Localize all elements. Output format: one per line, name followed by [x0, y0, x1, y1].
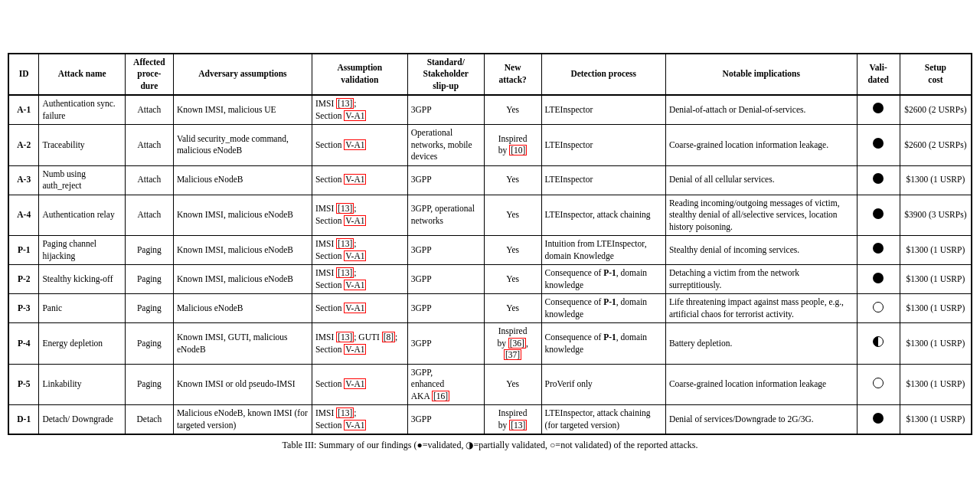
notable-implications: Detaching a victim from the network surr… [665, 265, 857, 294]
main-table: ID Attack name Affectedproce-dure Advers… [8, 53, 972, 436]
attack-name: Numb using auth_reject [39, 165, 125, 195]
adversary-assumptions: Malicious eNodeB, known IMSI (for target… [173, 405, 312, 435]
valid-cell [857, 364, 900, 405]
table-row: P-3PanicPagingMalicious eNodeBSection V-… [8, 294, 972, 323]
assump-cell: Section V-A1 [312, 364, 407, 405]
row-id: D-1 [8, 405, 39, 435]
affected-procedure: Paging [125, 265, 173, 294]
header-notable: Notable implications [665, 54, 857, 96]
table-row: A-2TraceabilityAttachValid security_mode… [8, 125, 972, 166]
adversary-assumptions: Known IMSI, malicious UE [173, 95, 312, 125]
stake-cell: 3GPP [407, 265, 484, 294]
stake-cell: 3GPP, operational networks [407, 195, 484, 236]
row-id: P-5 [8, 364, 39, 405]
attack-name: Authentication relay [39, 195, 125, 236]
notable-implications: Battery depletion. [665, 323, 857, 365]
row-id: P-1 [8, 236, 39, 265]
affected-procedure: Attach [125, 195, 173, 236]
header-id: ID [8, 54, 39, 96]
table-wrapper: ID Attack name Affectedproce-dure Advers… [8, 53, 972, 452]
partial-validated-icon [873, 336, 884, 347]
table-row: P-1Paging channel hijackingPagingKnown I… [8, 236, 972, 265]
table-row: P-4Energy depletionPagingKnown IMSI, GUT… [8, 323, 972, 365]
setup-cost: $1300 (1 USRP) [900, 364, 972, 405]
validated-icon [873, 138, 884, 149]
validated-icon [873, 208, 884, 219]
adversary-assumptions: Malicious eNodeB [173, 165, 312, 195]
affected-procedure: Paging [125, 364, 173, 405]
affected-procedure: Attach [125, 125, 173, 166]
valid-cell [857, 323, 900, 365]
assump-cell: Section V-A1 [312, 165, 407, 195]
assump-cell: IMSI [13];Section V-A1 [312, 195, 407, 236]
affected-procedure: Attach [125, 95, 173, 125]
detect-cell: LTEInspector, attack chaining [541, 195, 665, 236]
header-stake: Standard/Stakeholderslip-up [407, 54, 484, 96]
stake-cell: 3GPP [407, 294, 484, 323]
header-valid: Vali-dated [857, 54, 900, 96]
validated-icon [873, 173, 884, 184]
notable-implications: Coarse-grained location information leak… [665, 364, 857, 405]
setup-cost: $1300 (1 USRP) [900, 165, 972, 195]
valid-cell [857, 95, 900, 125]
header-proc: Affectedproce-dure [125, 54, 173, 96]
setup-cost: $1300 (1 USRP) [900, 294, 972, 323]
new-cell: Yes [484, 95, 541, 125]
notable-implications: Coarse-grained location information leak… [665, 125, 857, 166]
not-validated-icon [873, 378, 884, 388]
detect-cell: ProVerif only [541, 364, 665, 405]
row-id: P-3 [8, 294, 39, 323]
assump-cell: IMSI [13]; GUTI [8];Section V-A1 [312, 323, 407, 365]
validated-icon [873, 413, 884, 424]
attack-name: Detach/ Downgrade [39, 405, 125, 435]
stake-cell: 3GPP [407, 405, 484, 435]
affected-procedure: Paging [125, 236, 173, 265]
assump-cell: Section V-A1 [312, 294, 407, 323]
detect-cell: Intuition from LTEInspector, domain Know… [541, 236, 665, 265]
attack-name: Paging channel hijacking [39, 236, 125, 265]
new-cell: Inspiredby [10] [484, 125, 541, 166]
table-row: A-3Numb using auth_rejectAttachMalicious… [8, 165, 972, 195]
stake-cell: 3GPP [407, 95, 484, 125]
table-row: P-5LinkabilityPagingKnown IMSI or old ps… [8, 364, 972, 405]
valid-cell [857, 294, 900, 323]
adversary-assumptions: Valid security_mode command, malicious e… [173, 125, 312, 166]
new-cell: Inspiredby [36],[37] [484, 323, 541, 365]
detect-cell: Consequence of P-1, domain knowledge [541, 265, 665, 294]
table-row: P-2Stealthy kicking-offPagingKnown IMSI,… [8, 265, 972, 294]
detect-cell: Consequence of P-1, domain knowledge [541, 294, 665, 323]
attack-name: Traceability [39, 125, 125, 166]
table-row: A-4Authentication relayAttachKnown IMSI,… [8, 195, 972, 236]
new-cell: Yes [484, 236, 541, 265]
assump-cell: IMSI [13];Section V-A1 [312, 236, 407, 265]
attack-name: Panic [39, 294, 125, 323]
attack-name: Stealthy kicking-off [39, 265, 125, 294]
validated-icon [873, 103, 884, 113]
adversary-assumptions: Malicious eNodeB [173, 294, 312, 323]
row-id: A-1 [8, 95, 39, 125]
attack-name: Linkability [39, 364, 125, 405]
not-validated-icon [873, 302, 884, 313]
row-id: P-2 [8, 265, 39, 294]
header-new: Newattack? [484, 54, 541, 96]
new-cell: Yes [484, 294, 541, 323]
valid-cell [857, 265, 900, 294]
affected-procedure: Paging [125, 294, 173, 323]
row-id: P-4 [8, 323, 39, 365]
table-caption: Table III: Summary of our findings (●=va… [8, 440, 972, 451]
attack-name: Authentication sync. failure [39, 95, 125, 125]
adversary-assumptions: Known IMSI or old pseudo-IMSI [173, 364, 312, 405]
table-row: D-1Detach/ DowngradeDetachMalicious eNod… [8, 405, 972, 435]
new-cell: Inspiredby [13] [484, 405, 541, 435]
setup-cost: $1300 (1 USRP) [900, 323, 972, 365]
stake-cell: 3GPP [407, 323, 484, 365]
valid-cell [857, 405, 900, 435]
new-cell: Yes [484, 364, 541, 405]
stake-cell: 3GPP [407, 165, 484, 195]
setup-cost: $2600 (2 USRPs) [900, 95, 972, 125]
detect-cell: LTEInspector, attack chaining (for targe… [541, 405, 665, 435]
affected-procedure: Detach [125, 405, 173, 435]
setup-cost: $1300 (1 USRP) [900, 265, 972, 294]
row-id: A-3 [8, 165, 39, 195]
assump-cell: Section V-A1 [312, 125, 407, 166]
